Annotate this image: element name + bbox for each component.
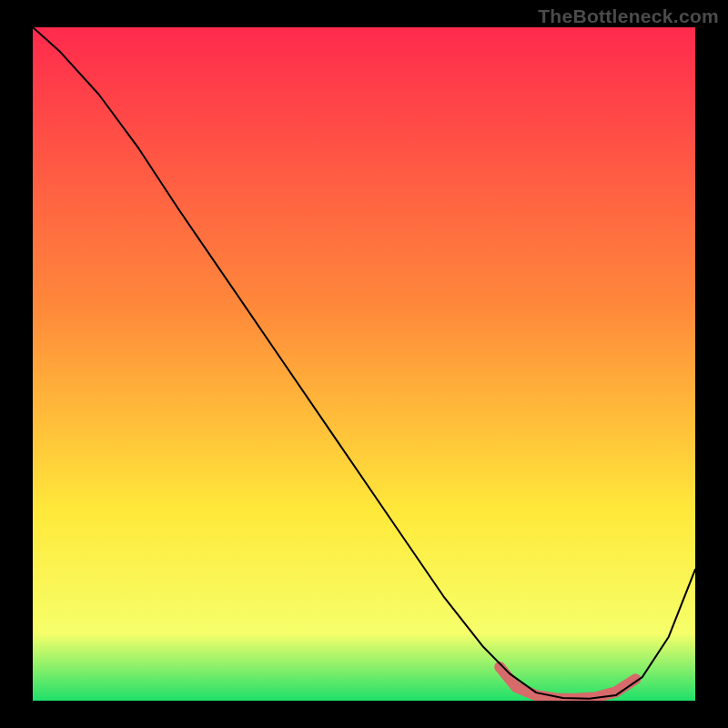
watermark-text: TheBottleneck.com <box>538 5 719 27</box>
chart-stage: TheBottleneck.com <box>0 0 728 728</box>
chart-svg <box>33 27 695 701</box>
gradient-background <box>33 27 695 701</box>
plot-area <box>33 27 695 701</box>
